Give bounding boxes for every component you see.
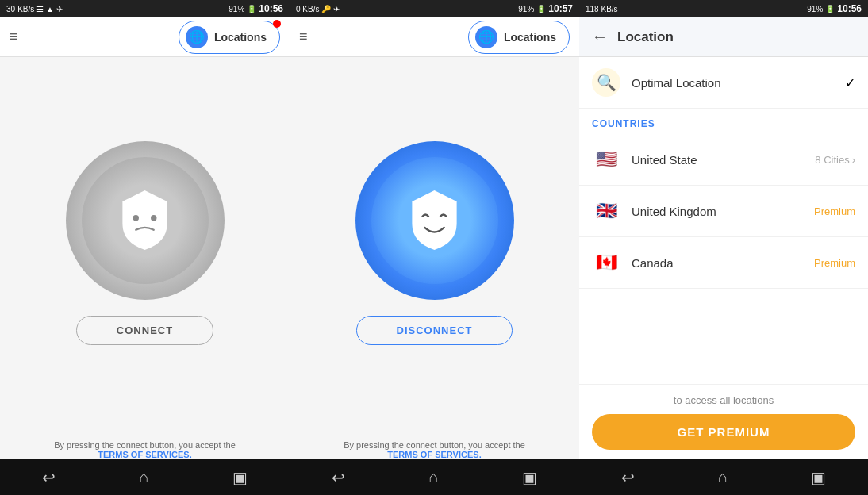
shield-face-2 xyxy=(405,186,464,254)
checkmark-icon: ✓ xyxy=(845,75,855,90)
status-left-3: 118 KB/s xyxy=(586,5,618,13)
status-right-1: 91% 🔋 10:56 xyxy=(229,3,283,14)
shield-circle-inner-1 xyxy=(82,157,209,284)
cities-detail-usa: 8 Cities › xyxy=(815,154,855,166)
status-network-2: 0 KB/s xyxy=(296,5,319,13)
panel-disconnected: 30 KB/s ☰ ▲ ✈ 91% 🔋 10:56 ≡ 🌐 Locations xyxy=(0,0,290,495)
back-nav-icon-3[interactable]: ↩ xyxy=(621,468,635,487)
status-network-3: 118 KB/s xyxy=(586,5,618,13)
back-button-3[interactable]: ← xyxy=(592,28,608,46)
battery-icon-1: 🔋 xyxy=(247,5,256,13)
footer-1: By pressing the connect button, you acce… xyxy=(0,440,290,459)
globe-icon-1: 🌐 xyxy=(186,26,208,48)
battery-icon-3: 🔋 xyxy=(825,5,835,13)
flag-usa: 🇺🇸 xyxy=(592,145,620,174)
bottom-nav-1: ↩ ⌂ ▣ xyxy=(0,459,290,495)
connect-button-1[interactable]: CONNECT xyxy=(76,316,213,345)
shield-circle-outer-2[interactable] xyxy=(355,141,514,300)
location-title: Location xyxy=(617,29,674,45)
main-content-1: CONNECT xyxy=(0,57,290,440)
access-text: to access all locations xyxy=(592,394,855,406)
shield-circle-outer-1[interactable] xyxy=(66,141,225,300)
time-3: 10:56 xyxy=(837,3,862,14)
terms-link-2[interactable]: TERMS OF SERVICES. xyxy=(387,450,481,459)
status-icons-2: 🔑 ✈ xyxy=(321,5,340,13)
footer-line1-1: By pressing the connect button, you acce… xyxy=(54,440,236,450)
country-item-usa[interactable]: 🇺🇸 United State 8 Cities › xyxy=(579,134,868,186)
panel-connected: 0 KB/s 🔑 ✈ 91% 🔋 10:57 ≡ 🌐 Locations xyxy=(290,0,579,495)
battery-2: 91% xyxy=(518,5,534,13)
hamburger-menu-1[interactable]: ≡ xyxy=(10,29,18,45)
status-right-2: 91% 🔋 10:57 xyxy=(518,3,573,14)
terms-link-1[interactable]: TERMS OF SERVICES. xyxy=(98,450,191,459)
premium-badge-uk: Premium xyxy=(814,205,855,217)
location-list: 🔍 Optimal Location ✓ COUNTRIES 🇺🇸 United… xyxy=(579,57,868,384)
recents-nav-icon-1[interactable]: ▣ xyxy=(232,468,248,487)
countries-section-label: COUNTRIES xyxy=(579,109,868,134)
status-network-1: 30 xyxy=(6,5,15,13)
status-bar-1: 30 KB/s ☰ ▲ ✈ 91% 🔋 10:56 xyxy=(0,0,290,17)
battery-1: 91% xyxy=(229,5,244,13)
optimal-location-name: Optimal Location xyxy=(632,76,845,90)
country-name-canada: Canada xyxy=(632,256,814,270)
recents-nav-icon-2[interactable]: ▣ xyxy=(522,468,537,487)
cities-count-usa: 8 Cities xyxy=(815,154,849,166)
get-premium-button[interactable]: GET PREMIUM xyxy=(592,414,855,450)
flag-canada: 🇨🇦 xyxy=(592,248,620,277)
status-bar-3: 118 KB/s 91% 🔋 10:56 xyxy=(579,0,868,17)
status-icons-1: ☰ ▲ ✈ xyxy=(36,5,62,13)
notification-dot-1 xyxy=(273,20,281,28)
header-2: ≡ 🌐 Locations xyxy=(290,17,579,57)
home-nav-icon-3[interactable]: ⌂ xyxy=(718,468,728,486)
country-item-canada[interactable]: 🇨🇦 Canada Premium xyxy=(579,237,868,289)
globe-icon-2: 🌐 xyxy=(475,26,497,48)
country-name-usa: United State xyxy=(632,153,815,167)
bottom-nav-3: ↩ ⌂ ▣ xyxy=(579,459,868,495)
optimal-location-item[interactable]: 🔍 Optimal Location ✓ xyxy=(579,57,868,109)
time-1: 10:56 xyxy=(259,3,283,14)
header-3: ← Location xyxy=(579,17,868,57)
country-name-uk: United Kingdom xyxy=(632,205,814,218)
optimal-icon: 🔍 xyxy=(592,68,620,97)
svg-point-0 xyxy=(133,215,140,221)
shield-circle-inner-2 xyxy=(371,157,498,284)
bottom-nav-2: ↩ ⌂ ▣ xyxy=(290,459,579,495)
status-left-1: 30 KB/s ☰ ▲ ✈ xyxy=(6,5,63,13)
status-left-2: 0 KB/s 🔑 ✈ xyxy=(296,5,340,13)
svg-point-1 xyxy=(151,215,157,221)
locations-button-1[interactable]: 🌐 Locations xyxy=(179,21,280,54)
hamburger-menu-2[interactable]: ≡ xyxy=(299,29,308,45)
footer-2: By pressing the connect button, you acce… xyxy=(290,440,579,459)
battery-icon-2: 🔋 xyxy=(536,5,546,13)
header-1: ≡ 🌐 Locations xyxy=(0,17,290,57)
time-2: 10:57 xyxy=(548,3,573,14)
flag-uk: 🇬🇧 xyxy=(592,197,620,225)
recents-nav-icon-3[interactable]: ▣ xyxy=(811,468,826,487)
status-right-3: 91% 🔋 10:56 xyxy=(807,3,862,14)
shield-face-1 xyxy=(115,186,175,254)
locations-label-1: Locations xyxy=(214,31,267,44)
battery-3: 91% xyxy=(807,5,823,13)
panel-locations: 118 KB/s 91% 🔋 10:56 ← Location 🔍 Optima… xyxy=(579,0,868,495)
locations-button-2[interactable]: 🌐 Locations xyxy=(468,21,570,54)
back-nav-icon-1[interactable]: ↩ xyxy=(42,468,56,487)
country-item-uk[interactable]: 🇬🇧 United Kingdom Premium xyxy=(579,186,868,237)
chevron-icon-usa: › xyxy=(852,154,855,166)
back-nav-icon-2[interactable]: ↩ xyxy=(332,468,345,487)
home-nav-icon-1[interactable]: ⌂ xyxy=(139,468,148,486)
home-nav-icon-2[interactable]: ⌂ xyxy=(428,468,438,486)
main-content-2: DISCONNECT xyxy=(290,57,579,440)
footer-line1-2: By pressing the connect button, you acce… xyxy=(344,440,525,450)
premium-banner: to access all locations GET PREMIUM xyxy=(579,384,868,459)
status-bar-2: 0 KB/s 🔑 ✈ 91% 🔋 10:57 xyxy=(290,0,579,17)
premium-badge-canada: Premium xyxy=(814,257,855,269)
disconnect-button-2[interactable]: DISCONNECT xyxy=(356,316,513,345)
locations-label-2: Locations xyxy=(504,31,556,44)
